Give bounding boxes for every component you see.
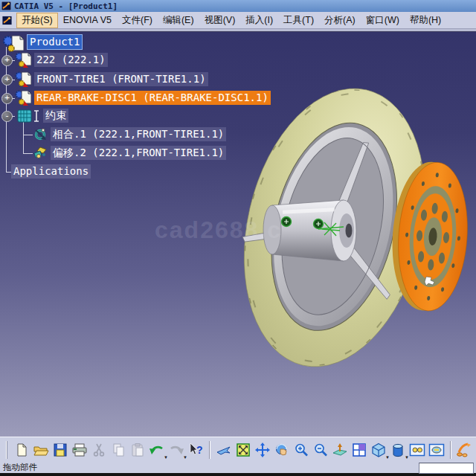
fly-mode-button[interactable] [215,440,233,460]
menu-bar: 开始(S) ENOVIA V5 文件(F) 编辑(E) 视图(V) 插入(I) … [0,12,476,29]
zoom-out-button[interactable] [312,440,329,460]
create-multi-view-button[interactable] [350,440,368,460]
save-button[interactable] [51,440,69,460]
swap-visible-space-button[interactable] [428,440,446,460]
visible-space-icon [428,443,445,457]
expander-minus-icon[interactable]: - [1,111,13,122]
scissors-icon [91,443,106,457]
redo-button[interactable]: ▼ [167,440,185,460]
pan-button[interactable] [254,440,271,460]
tree-item-applications[interactable]: Applications [11,164,91,178]
cylinder-icon [390,443,405,457]
toolbar-separator [209,441,210,459]
print-icon [71,443,88,457]
coincidence-icon [33,126,49,142]
constraints-icon [16,108,42,124]
menu-view[interactable]: 视图(V) [199,13,241,28]
toolbar-separator [450,441,451,459]
airplane-icon [216,443,232,457]
paste-icon [130,443,145,457]
save-icon [53,443,68,457]
tree-item-constraints[interactable]: 约束 [43,109,68,123]
standard-toolbar: ▼ ▼ ? [0,437,476,462]
menu-tools[interactable]: 工具(T) [278,13,319,28]
normal-view-icon [332,443,348,457]
tree-item-front-tire1[interactable]: FRONT-TIRE1 (FRONT-TIRE1.1) [34,72,208,86]
menu-analyze[interactable]: 分析(A) [319,13,361,28]
new-document-icon [14,443,29,457]
tree-row-offset: 偏移.2 (222.1,FRONT-TIRE1.1) [0,145,312,161]
multi-view-icon [352,443,367,457]
paste-button[interactable] [129,440,147,460]
cut-button[interactable] [90,440,108,460]
iso-cube-icon [371,443,386,457]
status-message: 拖动部件 [3,462,37,473]
offset-icon [33,145,49,161]
tree-item-coincidence-1[interactable]: 相合.1 (222.1,FRONT-TIRE1.1) [51,127,226,141]
svg-text:?: ? [196,444,203,456]
copy-icon [111,443,126,457]
menu-window[interactable]: 窗口(W) [361,13,405,28]
redo-icon [168,443,184,457]
power-input[interactable] [419,463,474,474]
tree-row-applications: Applications [0,164,312,180]
tree-item-222[interactable]: 222 (222.1) [34,53,108,67]
catia-window: CATIA V5 - [Product1] 开始(S) ENOVIA V5 文件… [0,0,476,476]
hide-show-button[interactable] [408,440,426,460]
tree-row-constraints: - 约束 [0,108,312,124]
menu-file[interactable]: 文件(F) [117,13,158,28]
zoom-in-icon [294,443,309,457]
workbench-icon[interactable] [2,15,12,26]
measure-icon [456,442,474,458]
render-style-button[interactable]: ▼ [389,440,407,460]
pan-icon [255,443,270,457]
part-icon [15,71,34,89]
part-icon [15,90,34,107]
bottom-strip [0,473,476,476]
copy-button[interactable] [109,440,127,460]
part-icon [15,52,34,69]
tree-row-front-tire: + FRONT-TIRE1 (FRONT-TIRE1.1) [0,71,312,88]
tree-item-offset-2[interactable]: 偏移.2 (222.1,FRONT-TIRE1.1) [51,146,226,160]
undo-button[interactable]: ▼ [148,440,166,460]
menu-help[interactable]: 帮助(H) [405,13,446,28]
rotate-button[interactable] [273,440,291,460]
toolbar-grip[interactable] [6,441,7,459]
print-button[interactable] [71,440,89,460]
product-icon [1,34,27,52]
tree-row-rear-brake-disc: + REAR-BRAKE-DISC1 (REAR-BRAKE-DISC1.1) [0,90,312,106]
window-title: CATIA V5 - [Product1] [14,1,118,11]
specification-tree: Product1 + 222 (222.1) + [0,32,312,437]
normal-view-button[interactable] [331,440,349,460]
tree-row-product1: Product1 [0,34,312,51]
3d-viewport[interactable]: cad2688.c Product1 [0,32,476,437]
menu-enovia[interactable]: ENOVIA V5 [58,13,117,27]
hide-show-icon [409,443,425,457]
isometric-view-button[interactable]: ▼ [370,440,387,460]
expander-plus-icon[interactable]: + [1,55,13,66]
expander-plus-icon[interactable]: + [1,93,13,104]
menu-edit[interactable]: 编辑(E) [158,13,199,28]
undo-icon [149,443,165,457]
zoom-in-button[interactable] [292,440,310,460]
measure-button[interactable] [456,440,474,460]
catia-logo-icon [1,1,11,10]
rotate-icon [274,443,290,457]
open-button[interactable] [32,440,50,460]
menu-start[interactable]: 开始(S) [16,13,58,28]
zoom-out-icon [313,443,328,457]
status-bar: 拖动部件 [0,462,476,473]
tree-item-product1[interactable]: Product1 [28,35,82,49]
expander-plus-icon[interactable]: + [1,74,13,86]
title-bar[interactable]: CATIA V5 - [Product1] [0,0,476,12]
help-cursor-icon: ? [187,443,204,457]
tree-row-coincidence: 相合.1 (222.1,FRONT-TIRE1.1) [0,126,312,143]
fit-all-icon [236,443,251,457]
what-is-this-button[interactable]: ? [187,440,205,460]
fit-all-in-button[interactable] [234,440,252,460]
menu-insert[interactable]: 插入(I) [240,13,278,28]
tree-item-rear-brake-disc1[interactable]: REAR-BRAKE-DISC1 (REAR-BRAKE-DISC1.1) [34,91,271,105]
new-document-button[interactable] [13,440,30,460]
tree-row-222: + 222 (222.1) [0,52,312,68]
open-folder-icon [33,443,49,457]
